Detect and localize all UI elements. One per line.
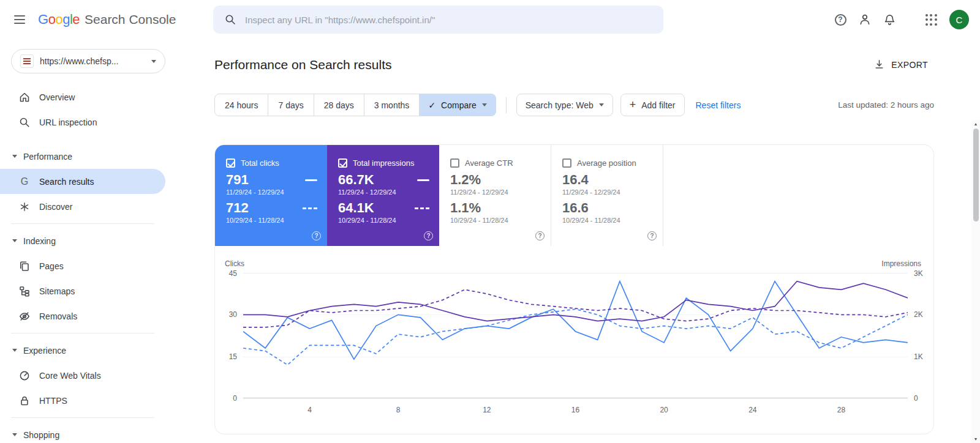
metric-label: Average position xyxy=(577,158,636,168)
main-content: Performance on Search results EXPORT 24 … xyxy=(165,39,980,443)
metric-label: Average CTR xyxy=(465,158,513,168)
y-axis-tick-label: 1K xyxy=(914,352,923,361)
page-title: Performance on Search results xyxy=(214,58,391,72)
url-inspect-searchbar[interactable] xyxy=(213,6,663,34)
sidebar-item-core-web-vitals[interactable]: Core Web Vitals xyxy=(0,363,165,388)
notifications-button[interactable] xyxy=(877,7,902,32)
metric-card-average-ctr[interactable]: Average CTR 1.2% 11/29/24 - 12/29/24 1.1… xyxy=(439,145,551,246)
sidebar-item-label: Pages xyxy=(39,261,64,271)
sidebar-item-url-inspection[interactable]: URL inspection xyxy=(0,110,165,135)
date-range-24-hours[interactable]: 24 hours xyxy=(214,94,268,116)
x-axis-tick-label: 24 xyxy=(748,406,756,414)
x-axis-tick-label: 8 xyxy=(396,406,401,414)
divider xyxy=(11,417,154,418)
metric-value-previous: 16.6 xyxy=(562,201,589,215)
left-axis-ticks: 45 30 15 0 xyxy=(215,273,243,398)
export-button[interactable]: EXPORT xyxy=(867,54,934,75)
search-type-label: Search type: Web xyxy=(526,100,594,110)
help-icon[interactable]: ? xyxy=(535,231,545,240)
right-axis-ticks: 3K 2K 1K 0 xyxy=(908,273,933,398)
sidebar-section-experience[interactable]: Experience xyxy=(0,338,165,363)
help-icon[interactable]: ? xyxy=(647,231,657,240)
right-axis-title: Impressions xyxy=(881,259,921,268)
date-range-28-days[interactable]: 28 days xyxy=(314,94,364,116)
sidebar-item-search-results[interactable]: G Search results xyxy=(0,169,165,194)
user-settings-icon xyxy=(858,13,872,26)
y-axis-tick-label: 0 xyxy=(914,394,918,403)
metric-value-current: 16.4 xyxy=(562,173,589,187)
chevron-down-icon xyxy=(12,349,17,352)
add-filter-button[interactable]: + Add filter xyxy=(620,94,685,116)
average-ctr-checkbox[interactable] xyxy=(450,158,459,168)
date-range-3-months[interactable]: 3 months xyxy=(364,94,420,116)
metric-range-previous: 10/29/24 - 11/28/24 xyxy=(450,217,551,224)
sidebar-item-overview[interactable]: Overview xyxy=(0,84,165,110)
metric-card-average-position[interactable]: Average position 16.4 11/29/24 - 12/29/2… xyxy=(551,145,663,246)
google-logo: Google xyxy=(38,12,80,28)
scrollbar-thumb[interactable] xyxy=(973,128,979,222)
performance-chart[interactable]: Clicks Impressions 45 30 15 0 xyxy=(215,246,933,434)
x-axis-tick-label: 4 xyxy=(307,406,312,414)
sidebar-item-https[interactable]: HTTPS xyxy=(0,388,165,413)
metric-value-previous: 712 xyxy=(226,201,249,215)
app-logo[interactable]: Google Search Console xyxy=(38,12,176,28)
scroll-down-arrow[interactable]: ▼ xyxy=(974,435,978,442)
dashed-line-indicator xyxy=(415,207,429,209)
hamburger-menu-icon[interactable] xyxy=(7,7,32,32)
metric-value-current: 66.7K xyxy=(338,173,374,187)
average-position-checkbox[interactable] xyxy=(562,158,571,168)
chevron-down-icon xyxy=(151,60,156,63)
metric-card-total-clicks[interactable]: Total clicks 791 11/29/24 - 12/29/24 712… xyxy=(215,145,327,246)
divider xyxy=(506,97,507,113)
compare-label: Compare xyxy=(441,100,477,110)
metric-range-previous: 10/29/24 - 11/28/24 xyxy=(226,217,327,224)
sidebar-section-shopping[interactable]: Shopping xyxy=(0,422,165,443)
scroll-up-arrow[interactable]: ▲ xyxy=(974,120,978,127)
sidebar-item-sitemaps[interactable]: Sitemaps xyxy=(0,278,165,303)
x-axis-tick-label: 16 xyxy=(571,406,579,414)
sidebar-item-discover[interactable]: Discover xyxy=(0,194,165,219)
download-icon xyxy=(873,59,885,70)
property-label: https://www.chefsp... xyxy=(40,56,145,66)
total-impressions-checkbox[interactable] xyxy=(338,158,347,168)
google-apps-button[interactable] xyxy=(919,7,943,32)
dashed-line-indicator xyxy=(303,207,317,209)
help-icon[interactable]: ? xyxy=(312,231,321,240)
metric-cards-row: Total clicks 791 11/29/24 - 12/29/24 712… xyxy=(215,145,933,246)
property-selector[interactable]: https://www.chefsp... xyxy=(11,49,165,73)
search-type-filter[interactable]: Search type: Web xyxy=(516,94,613,116)
property-favicon xyxy=(20,54,34,68)
compare-button[interactable]: ✓ Compare xyxy=(420,94,496,116)
date-range-7-days[interactable]: 7 days xyxy=(268,94,314,116)
divider xyxy=(11,223,154,224)
user-settings-button[interactable] xyxy=(853,7,877,32)
filter-bar: 24 hours 7 days 28 days 3 months ✓ Compa… xyxy=(214,94,934,116)
help-button[interactable]: ? xyxy=(828,7,853,32)
sidebar-section-label: Indexing xyxy=(23,236,56,246)
performance-chart-svg xyxy=(243,273,908,398)
search-input[interactable] xyxy=(245,15,652,25)
cards-spacer xyxy=(663,145,933,246)
reset-filters-link[interactable]: Reset filters xyxy=(696,100,741,110)
sidebar-section-label: Performance xyxy=(23,152,72,162)
metric-range-current: 11/29/24 - 12/29/24 xyxy=(338,188,439,196)
total-clicks-checkbox[interactable] xyxy=(226,158,235,168)
speed-gauge-icon xyxy=(18,370,31,382)
vertical-scrollbar[interactable]: ▲ ▼ xyxy=(971,120,980,443)
y-axis-tick-label: 15 xyxy=(229,352,237,361)
metric-card-total-impressions[interactable]: Total impressions 66.7K 11/29/24 - 12/29… xyxy=(327,145,439,246)
sidebar-item-pages[interactable]: Pages xyxy=(0,253,165,278)
add-filter-label: Add filter xyxy=(641,100,675,110)
sidebar-item-removals[interactable]: Removals xyxy=(0,303,165,329)
sidebar-section-performance[interactable]: Performance xyxy=(0,144,165,169)
metric-value-previous: 64.1K xyxy=(338,201,374,215)
sidebar-item-label: Sitemaps xyxy=(39,286,75,296)
chart-plot-area[interactable] xyxy=(243,273,908,398)
chart-x-ticks: 481216202428 xyxy=(243,401,908,417)
export-label: EXPORT xyxy=(891,60,928,70)
sidebar-item-label: Overview xyxy=(39,92,75,102)
sidebar-section-indexing[interactable]: Indexing xyxy=(0,228,165,253)
help-icon[interactable]: ? xyxy=(424,231,433,240)
sidebar-item-label: Core Web Vitals xyxy=(39,371,101,381)
account-avatar[interactable]: C xyxy=(949,10,969,29)
